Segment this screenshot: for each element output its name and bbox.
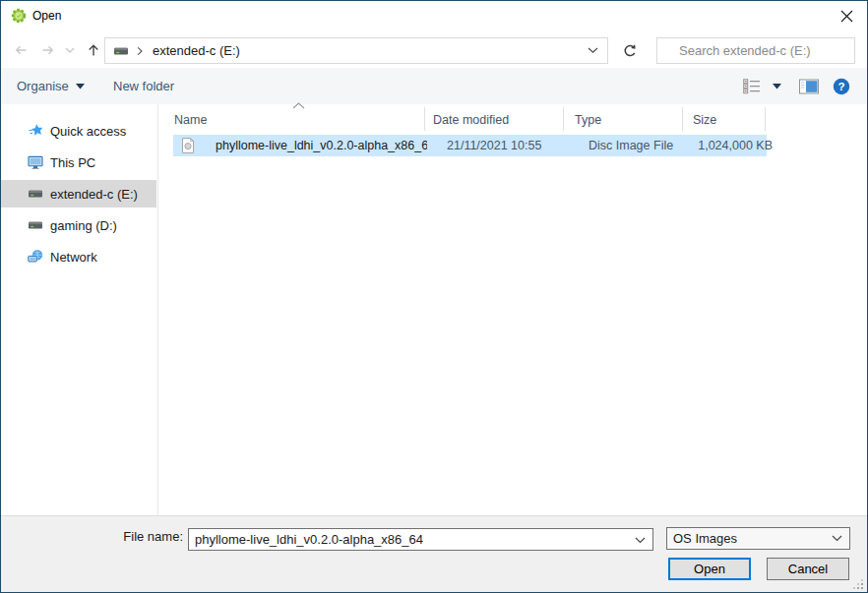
back-button[interactable]: [9, 39, 32, 61]
search-input[interactable]: [679, 43, 852, 58]
sidebar-item-label: Network: [50, 250, 97, 265]
star-icon: [28, 123, 43, 139]
up-button[interactable]: [82, 39, 105, 61]
drive-icon: [28, 217, 43, 233]
svg-text:?: ?: [837, 81, 844, 92]
up-arrow-icon: [86, 42, 101, 58]
drive-icon: [113, 43, 129, 59]
drive-icon: [28, 186, 43, 202]
column-divider[interactable]: [424, 107, 425, 131]
column-divider[interactable]: [563, 107, 564, 131]
file-name: phyllome-live_ldhi_v0.2.0-alpha_x86_64: [216, 139, 427, 152]
file-date-modified: 21/11/2021 10:55: [447, 139, 575, 152]
chevron-down-icon: [65, 47, 75, 54]
history-dropdown-button[interactable]: [62, 39, 78, 61]
navigation-sidebar: Quick access This PC extended-c (E:): [1, 104, 158, 515]
view-options-dropdown[interactable]: [769, 68, 784, 104]
help-icon: ?: [833, 78, 850, 95]
sidebar-item-this-pc[interactable]: This PC: [1, 148, 156, 176]
file-type: Disc Image File: [589, 139, 692, 152]
sidebar-item-label: Quick access: [50, 124, 126, 139]
network-icon: [28, 249, 43, 265]
file-list: Name Date modified Type Size phyllome-li…: [159, 104, 867, 515]
file-type-value: OS Images: [673, 531, 832, 546]
window-title: Open: [32, 1, 61, 30]
dialog-body: Quick access This PC extended-c (E:): [1, 104, 867, 515]
file-name-combo: [188, 528, 653, 551]
chevron-down-icon: [832, 535, 842, 542]
back-arrow-icon: [13, 42, 29, 58]
preview-pane-button[interactable]: [796, 68, 822, 104]
close-button[interactable]: [834, 4, 859, 28]
dialog-footer: File name: OS Images Open Cancel: [1, 515, 867, 593]
sidebar-item-network[interactable]: Network: [1, 243, 156, 270]
column-header-size[interactable]: Size: [693, 109, 716, 131]
app-icon: [11, 8, 27, 24]
file-row-selected[interactable]: phyllome-live_ldhi_v0.2.0-alpha_x86_64 2…: [173, 135, 767, 156]
close-icon: [840, 10, 853, 23]
open-button-label: Open: [694, 562, 725, 576]
preview-pane-icon: [799, 79, 819, 94]
new-folder-button[interactable]: New folder: [113, 68, 174, 104]
refresh-button[interactable]: [613, 37, 646, 64]
column-header-date-modified[interactable]: Date modified: [433, 109, 509, 131]
organise-label: Organise: [17, 79, 69, 93]
open-button[interactable]: Open: [668, 558, 751, 580]
chevron-down-icon[interactable]: [635, 537, 646, 544]
sidebar-item-label: gaming (D:): [50, 218, 117, 233]
cancel-button-label: Cancel: [788, 562, 828, 576]
caret-down-icon: [773, 84, 781, 89]
address-dropdown-icon[interactable]: [588, 47, 598, 54]
caret-down-icon: [76, 84, 85, 89]
file-name-input[interactable]: [189, 529, 634, 550]
address-bar[interactable]: extended-c (E:): [104, 37, 608, 64]
column-divider[interactable]: [765, 107, 766, 131]
sidebar-item-extended-c[interactable]: extended-c (E:): [1, 180, 156, 208]
disc-image-file-icon: [180, 138, 196, 153]
breadcrumb-path[interactable]: extended-c (E:): [153, 43, 588, 58]
file-size: 1,024,000 KB: [697, 139, 773, 152]
cancel-button[interactable]: Cancel: [767, 558, 849, 580]
monitor-icon: [28, 154, 43, 170]
sidebar-item-quick-access[interactable]: Quick access: [1, 117, 156, 145]
new-folder-label: New folder: [113, 79, 174, 93]
column-divider[interactable]: [682, 107, 683, 131]
command-toolbar: Organise New folder: [1, 68, 867, 104]
details-view-icon: [743, 78, 763, 94]
navigation-bar: extended-c (E:): [1, 30, 867, 68]
file-type-select[interactable]: OS Images: [666, 527, 850, 550]
open-dialog-window: Open: [0, 0, 868, 593]
sidebar-item-gaming-d[interactable]: gaming (D:): [1, 211, 156, 239]
breadcrumb-chevron-icon: [136, 46, 144, 56]
forward-button[interactable]: [36, 39, 60, 61]
sidebar-item-label: This PC: [50, 155, 95, 170]
refresh-icon: [622, 43, 638, 59]
view-details-button[interactable]: [741, 68, 765, 104]
organise-button[interactable]: Organise: [17, 68, 85, 104]
column-header-type[interactable]: Type: [575, 109, 601, 131]
column-header-name[interactable]: Name: [174, 109, 207, 131]
forward-arrow-icon: [40, 42, 56, 58]
sidebar-item-label: extended-c (E:): [50, 187, 138, 202]
help-button[interactable]: ?: [830, 68, 853, 104]
title-bar: Open: [1, 1, 867, 30]
sort-ascending-icon: [292, 102, 305, 109]
resize-grip[interactable]: [852, 578, 864, 590]
file-name-label: File name:: [60, 529, 183, 544]
search-box: [656, 37, 855, 64]
